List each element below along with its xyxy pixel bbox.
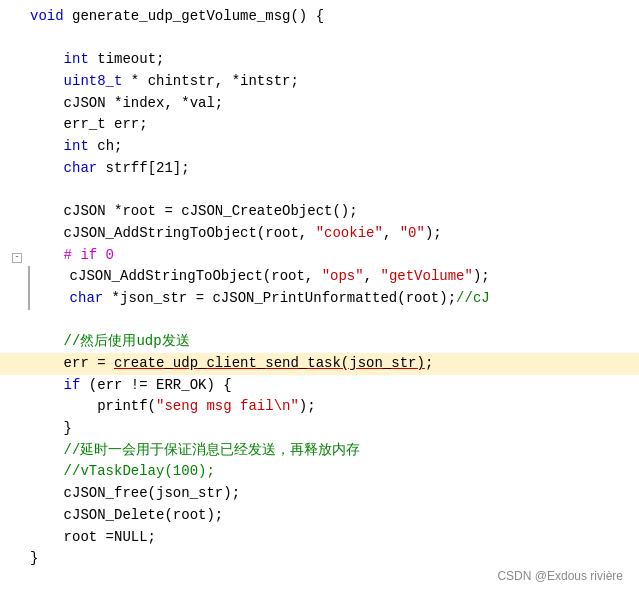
- line: int timeout;: [0, 49, 639, 71]
- line: //然后使用udp发送: [0, 331, 639, 353]
- line-content: cJSON_AddStringToObject(root, "cookie", …: [26, 223, 639, 245]
- line-content: cJSON_AddStringToObject(root, "ops", "ge…: [28, 266, 639, 288]
- line: //vTaskDelay(100);: [0, 461, 639, 483]
- line: cJSON *index, *val;: [0, 93, 639, 115]
- watermark: CSDN @Exdous rivière: [497, 569, 623, 583]
- line-content: cJSON *index, *val;: [26, 93, 639, 115]
- line: cJSON_free(json_str);: [0, 483, 639, 505]
- line: }: [0, 418, 639, 440]
- line-content: //延时一会用于保证消息已经发送，再释放内存: [26, 440, 639, 462]
- line-content: printf("seng msg fail\n");: [26, 396, 639, 418]
- line: char strff[21];: [0, 158, 639, 180]
- line: cJSON_Delete(root);: [0, 505, 639, 527]
- line-content: }: [26, 548, 639, 570]
- code-container: void generate_udp_getVolume_msg() { int …: [0, 0, 639, 591]
- line-content: if (err != ERR_OK) {: [26, 375, 639, 397]
- line-content: [26, 310, 639, 332]
- line-content: char strff[21];: [26, 158, 639, 180]
- line-content: cJSON_Delete(root);: [26, 505, 639, 527]
- line: [0, 28, 639, 50]
- line-content: //然后使用udp发送: [26, 331, 639, 353]
- line: void generate_udp_getVolume_msg() {: [0, 6, 639, 28]
- line-content: # if 0: [26, 245, 639, 267]
- line: int ch;: [0, 136, 639, 158]
- line: [0, 180, 639, 202]
- line: }: [0, 548, 639, 570]
- line: if (err != ERR_OK) {: [0, 375, 639, 397]
- line: - # if 0: [0, 245, 639, 267]
- line-content: char *json_str = cJSON_PrintUnformatted(…: [28, 288, 639, 310]
- line: cJSON_AddStringToObject(root, "ops", "ge…: [0, 266, 639, 288]
- line: root =NULL;: [0, 527, 639, 549]
- line: uint8_t * chintstr, *intstr;: [0, 71, 639, 93]
- line: printf("seng msg fail\n");: [0, 396, 639, 418]
- line-content: //vTaskDelay(100);: [26, 461, 639, 483]
- line: err_t err;: [0, 114, 639, 136]
- line-content: cJSON_free(json_str);: [26, 483, 639, 505]
- line: char *json_str = cJSON_PrintUnformatted(…: [0, 288, 639, 310]
- line: [0, 310, 639, 332]
- line-content: uint8_t * chintstr, *intstr;: [26, 71, 639, 93]
- line-content: }: [26, 418, 639, 440]
- line-content: err_t err;: [26, 114, 639, 136]
- line-content: int timeout;: [26, 49, 639, 71]
- line: err = create_udp_client_send_task(json_s…: [0, 353, 639, 375]
- line-content: root =NULL;: [26, 527, 639, 549]
- line-content: [26, 28, 639, 50]
- line-content: err = create_udp_client_send_task(json_s…: [26, 353, 639, 375]
- fold-button[interactable]: -: [12, 253, 22, 263]
- line-content: [26, 180, 639, 202]
- line-content: cJSON *root = cJSON_CreateObject();: [26, 201, 639, 223]
- line: //延时一会用于保证消息已经发送，再释放内存: [0, 440, 639, 462]
- line-gutter: -: [8, 253, 26, 263]
- line-content: void generate_udp_getVolume_msg() {: [26, 6, 639, 28]
- line: cJSON *root = cJSON_CreateObject();: [0, 201, 639, 223]
- line: cJSON_AddStringToObject(root, "cookie", …: [0, 223, 639, 245]
- line-content: int ch;: [26, 136, 639, 158]
- code-block: void generate_udp_getVolume_msg() { int …: [0, 0, 639, 576]
